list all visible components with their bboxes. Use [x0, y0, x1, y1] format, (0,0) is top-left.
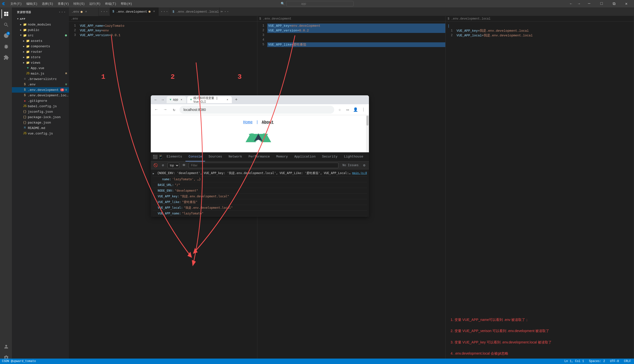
- statusbar-ln-col[interactable]: Ln 1, Col 1: [563, 360, 585, 363]
- tree-item-env-development-local[interactable]: ▶ $ .env.development.local: [12, 92, 69, 98]
- sidebar-dots[interactable]: ···: [59, 10, 66, 14]
- statusbar-spaces[interactable]: Spaces: 2: [588, 360, 606, 363]
- main-js-link[interactable]: main.js:8: [352, 171, 367, 175]
- browser-scrollbar[interactable]: [366, 115, 369, 152]
- tree-item-babel[interactable]: ▶ JS babel.config.js: [12, 104, 69, 109]
- browser-back-toolbar[interactable]: ←: [153, 106, 160, 113]
- console-filter-input[interactable]: [189, 163, 338, 168]
- menu-select[interactable]: 选择(S): [40, 1, 55, 6]
- devtools-tab-memory[interactable]: Memory: [273, 152, 291, 162]
- about-link[interactable]: About: [262, 120, 274, 124]
- tree-item-app[interactable]: ▼ APP: [12, 16, 69, 22]
- tab-env[interactable]: .env ×: [69, 8, 99, 16]
- devtools-tab-performance[interactable]: Performance: [246, 152, 273, 162]
- console-expand-arrow[interactable]: ▶: [153, 171, 156, 176]
- tree-item-components[interactable]: ▶ 📁 components: [12, 44, 69, 49]
- console-top-select[interactable]: top: [168, 163, 179, 168]
- tree-item-env-development[interactable]: ▶ $ .env.development 4 U: [12, 87, 69, 92]
- tab-env-close[interactable]: ×: [84, 10, 88, 14]
- browser-forward-toolbar[interactable]: →: [162, 106, 169, 113]
- tree-item-app-vue[interactable]: ▶ ▼ App.vue: [12, 65, 69, 71]
- restore-btn[interactable]: ⧉: [608, 0, 620, 8]
- devtools-tab-lighthouse[interactable]: Lighthouse: [341, 152, 366, 162]
- tree-item-browserslistrc[interactable]: ▶ ≡ .browserslistrc: [12, 76, 69, 82]
- code-line-2-1: 1 VUE_APP_key=env.development: [257, 24, 446, 28]
- browser-forward-btn[interactable]: →: [160, 97, 166, 103]
- console-eye-icon[interactable]: 👁: [181, 163, 187, 168]
- browser-reload-btn[interactable]: ↻: [171, 106, 177, 113]
- tree-item-package-lock[interactable]: ▶ {} package-lock.json: [12, 114, 69, 120]
- statusbar-crlf[interactable]: CRLF: [623, 360, 632, 363]
- console-filter-icon[interactable]: ⊘: [160, 163, 166, 168]
- activity-git[interactable]: 4: [2, 31, 11, 40]
- activity-debug[interactable]: [2, 42, 11, 51]
- console-settings-btn[interactable]: ⚙: [361, 163, 367, 168]
- menu-view[interactable]: 查看(V): [56, 1, 71, 6]
- menu-edit[interactable]: 编辑(E): [24, 1, 40, 6]
- devtools-tab-sources[interactable]: Sources: [205, 152, 225, 162]
- tree-item-src[interactable]: ▼ 📁 src: [12, 33, 69, 38]
- activity-account[interactable]: [2, 342, 11, 351]
- devtools-inspect-btn[interactable]: ⬛: [153, 154, 158, 160]
- browser-tab-toggle-icon[interactable]: ▭: [344, 106, 351, 113]
- tree-item-vue-config[interactable]: ▶ JS vue.config.js: [12, 131, 69, 136]
- env-icon: $: [23, 82, 27, 86]
- tree-item-jsconfig[interactable]: ▶ {} jsconfig.json: [12, 109, 69, 114]
- tree-item-main-js[interactable]: ▶ JS main.js M: [12, 71, 69, 76]
- tab-env-development[interactable]: $ .env.development ×: [110, 8, 159, 16]
- console-clear-btn[interactable]: 🚫: [153, 163, 158, 168]
- devtools-tab-recorder[interactable]: Recorder ⚡: [367, 152, 369, 162]
- browser-add-tab[interactable]: +: [233, 96, 240, 103]
- tab-actions-1[interactable]: ···: [99, 8, 110, 16]
- browser-back-btn[interactable]: ←: [153, 97, 159, 103]
- tree-item-gitignore[interactable]: ▶ ◈ .gitignore: [12, 98, 69, 104]
- activity-extensions[interactable]: [2, 53, 11, 62]
- browser-tab-close-1[interactable]: ×: [180, 98, 183, 102]
- close-btn[interactable]: ✕: [621, 0, 632, 8]
- tab-env-dev-close[interactable]: ×: [152, 10, 156, 14]
- devtools-tab-network[interactable]: Network: [226, 152, 245, 162]
- browser-bookmark-icon[interactable]: ☆: [336, 106, 343, 113]
- tab-actions-2[interactable]: ···: [159, 8, 170, 16]
- line-content: VUE_APP_local=我是.env.development.local: [456, 33, 634, 38]
- statusbar-encoding[interactable]: UTF-8: [609, 360, 620, 363]
- tab-actions-3[interactable]: ···: [220, 8, 231, 16]
- vscode-icon: [2, 2, 6, 6]
- browser-profile-icon[interactable]: 👤: [352, 106, 359, 113]
- nav-forward-btn[interactable]: →: [575, 1, 582, 6]
- titlebar-search-input[interactable]: [286, 1, 354, 6]
- tree-item-env[interactable]: ▶ $ .env U: [12, 82, 69, 87]
- tree-item-package[interactable]: ▶ {} package.json: [12, 120, 69, 125]
- tree-item-public[interactable]: ▶ 📁 public: [12, 27, 69, 33]
- tree-item-assets[interactable]: ▶ 📁 assets: [12, 38, 69, 44]
- devtools-tab-security[interactable]: Security: [319, 152, 340, 162]
- browser-tab-close-2[interactable]: ×: [226, 98, 229, 102]
- devtools-device-btn[interactable]: 📱: [158, 154, 163, 160]
- home-link[interactable]: Home: [243, 120, 252, 124]
- devtools-tab-application[interactable]: Application: [291, 152, 319, 162]
- tree-item-readme[interactable]: ▶ M README.md: [12, 125, 69, 131]
- browser-tab-vue-cli[interactable]: ▼ 模式和环境变量 | Vue CLI ×: [187, 96, 232, 103]
- menu-file[interactable]: 文件(F): [9, 1, 24, 6]
- browser-tab-app[interactable]: ▼ app ×: [167, 96, 186, 103]
- tree-item-node-modules[interactable]: ▶ 📁 node_modules: [12, 22, 69, 27]
- tree-item-views[interactable]: ▶ 📁 views: [12, 60, 69, 65]
- menu-help[interactable]: 帮助(H): [119, 1, 134, 6]
- menu-terminal[interactable]: 终端(T): [103, 1, 119, 6]
- tree-item-store[interactable]: ▶ 📁 store: [12, 54, 69, 60]
- activity-explorer[interactable]: [2, 10, 11, 18]
- devtools-tab-console[interactable]: Console: [185, 152, 205, 162]
- activity-search[interactable]: [2, 20, 11, 29]
- menu-run[interactable]: 运行(R): [87, 1, 103, 6]
- devtools-content[interactable]: ▶ {NODE_ENV: 'development', VUE_APP_key:…: [151, 169, 369, 217]
- browser-menu-icon[interactable]: ⋮: [360, 106, 367, 113]
- editor-content-3[interactable]: | 1 VUE_APP_key=我是.env.development.local…: [446, 22, 634, 309]
- tab-env-local[interactable]: $ .env.development.local ×: [170, 8, 220, 16]
- menu-goto[interactable]: 转到(G): [71, 1, 87, 6]
- devtools-tab-elements[interactable]: Elements: [164, 152, 185, 162]
- browser-address-bar[interactable]: [179, 106, 334, 114]
- nav-back-btn[interactable]: ←: [568, 1, 574, 6]
- maximize-btn[interactable]: □: [596, 0, 607, 8]
- tree-item-router[interactable]: ▶ 📁 router: [12, 49, 69, 54]
- minimize-btn[interactable]: ─: [583, 0, 595, 8]
